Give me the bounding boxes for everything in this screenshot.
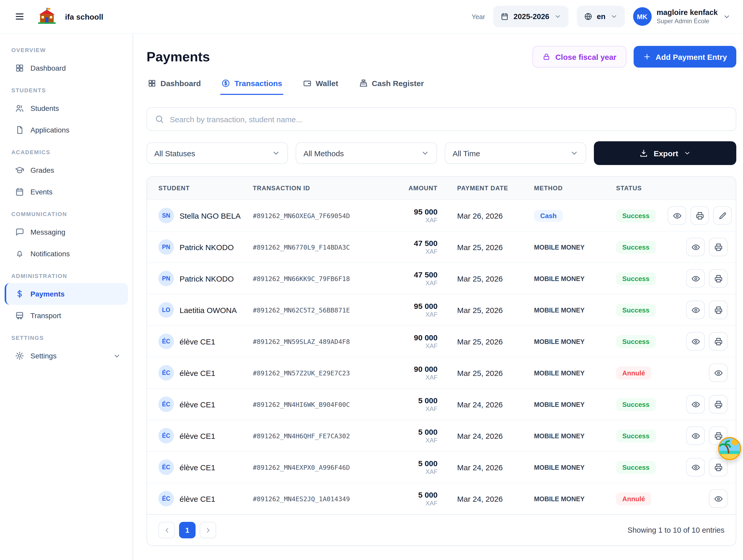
sidebar-item-events[interactable]: Events bbox=[5, 181, 128, 203]
language-selector[interactable]: en bbox=[577, 6, 624, 27]
eye-icon bbox=[691, 431, 700, 440]
page-1-button[interactable]: 1 bbox=[179, 522, 195, 538]
prev-page-button[interactable] bbox=[159, 522, 175, 538]
sidebar-item-applications[interactable]: Applications bbox=[5, 119, 128, 141]
view-button[interactable] bbox=[686, 300, 705, 319]
row-actions bbox=[668, 332, 736, 351]
sidebar-item-payments[interactable]: Payments bbox=[5, 283, 128, 305]
tab-wallet[interactable]: Wallet bbox=[302, 77, 339, 95]
view-button[interactable] bbox=[686, 395, 705, 414]
view-button[interactable] bbox=[686, 269, 705, 288]
student-avatar: ÉC bbox=[159, 428, 174, 444]
method-filter[interactable]: All Methods bbox=[296, 142, 437, 164]
year-selector[interactable]: 2025-2026 bbox=[493, 6, 569, 27]
print-button[interactable] bbox=[709, 269, 728, 288]
amount-currency: XAF bbox=[376, 279, 438, 287]
next-page-button[interactable] bbox=[200, 522, 216, 538]
payment-date: Mar 24, 2026 bbox=[457, 463, 534, 472]
print-button[interactable] bbox=[709, 238, 728, 256]
payment-date: Mar 26, 2026 bbox=[457, 211, 534, 220]
close-fiscal-year-button[interactable]: Close fiscal year bbox=[532, 46, 626, 67]
payment-method: MOBILE MONEY bbox=[534, 370, 584, 377]
transaction-id: #891262_MN62C5T2_56BB871E bbox=[253, 306, 376, 314]
printer-icon bbox=[714, 337, 723, 346]
view-button[interactable] bbox=[686, 332, 705, 351]
sidebar-item-dashboard[interactable]: Dashboard bbox=[5, 57, 128, 79]
plus-icon bbox=[643, 53, 651, 61]
tab-label: Cash Register bbox=[372, 79, 424, 88]
amount-currency: XAF bbox=[376, 248, 438, 255]
print-button[interactable] bbox=[709, 332, 728, 351]
print-button[interactable] bbox=[709, 458, 728, 476]
time-filter[interactable]: All Time bbox=[445, 142, 586, 164]
sidebar-item-label: Messaging bbox=[31, 228, 65, 236]
table-body: SN Stella NGO BELA #891262_MN6OXEGA_7F69… bbox=[147, 199, 736, 514]
sidebar-item-label: Notifications bbox=[31, 249, 70, 258]
view-button[interactable] bbox=[709, 489, 728, 508]
amount-value: 95 000 bbox=[376, 302, 438, 311]
tab-label: Dashboard bbox=[161, 79, 201, 88]
tab-transactions[interactable]: Transactions bbox=[221, 77, 283, 95]
close-fiscal-year-label: Close fiscal year bbox=[555, 52, 616, 61]
view-button[interactable] bbox=[686, 238, 705, 256]
gear-icon bbox=[15, 351, 24, 361]
sidebar-item-transport[interactable]: Transport bbox=[5, 305, 128, 326]
transaction-id: #891262_MN4H6QHF_FE7CA302 bbox=[253, 432, 376, 439]
menu-button[interactable] bbox=[10, 7, 29, 26]
floating-island-button[interactable] bbox=[718, 437, 741, 461]
tab-cash-register[interactable]: Cash Register bbox=[358, 77, 425, 95]
eye-icon bbox=[714, 494, 723, 503]
chevron-down-icon bbox=[272, 149, 280, 157]
avatar: MK bbox=[633, 7, 651, 26]
sidebar-item-label: Students bbox=[31, 104, 59, 112]
column-header-transaction-id: TRANSACTION ID bbox=[253, 185, 376, 192]
payment-method: MOBILE MONEY bbox=[534, 464, 584, 471]
app-name: ifa schooll bbox=[65, 12, 103, 21]
payment-date: Mar 25, 2026 bbox=[457, 274, 534, 283]
sidebar-item-settings[interactable]: Settings bbox=[5, 345, 128, 367]
sidebar-section-administration: ADMINISTRATION bbox=[0, 265, 133, 283]
edit-button[interactable] bbox=[713, 206, 732, 225]
print-button[interactable] bbox=[709, 300, 728, 319]
tab-label: Wallet bbox=[316, 79, 338, 88]
table-row: SN Stella NGO BELA #891262_MN6OXEGA_7F69… bbox=[147, 199, 736, 231]
student-name: Patrick NKODO bbox=[180, 274, 234, 283]
view-button[interactable] bbox=[668, 206, 686, 225]
student-avatar: ÉC bbox=[159, 365, 174, 381]
sidebar-item-students[interactable]: Students bbox=[5, 97, 128, 119]
view-button[interactable] bbox=[686, 458, 705, 476]
search-input[interactable] bbox=[170, 115, 728, 124]
column-header-student: STUDENT bbox=[147, 185, 253, 192]
print-button[interactable] bbox=[690, 206, 709, 225]
add-payment-entry-button[interactable]: Add Payment Entry bbox=[633, 46, 736, 67]
status-filter[interactable]: All Statuses bbox=[146, 142, 288, 164]
sidebar-item-grades[interactable]: Grades bbox=[5, 159, 128, 181]
export-button[interactable]: Export bbox=[594, 141, 736, 165]
amount-currency: XAF bbox=[376, 217, 438, 224]
year-label: Year bbox=[472, 13, 485, 20]
student-avatar: ÉC bbox=[159, 396, 174, 412]
print-button[interactable] bbox=[709, 395, 728, 414]
amount-value: 5 000 bbox=[376, 459, 438, 468]
row-actions bbox=[668, 300, 736, 319]
sidebar-item-messaging[interactable]: Messaging bbox=[5, 221, 128, 243]
view-button[interactable] bbox=[686, 426, 705, 445]
row-actions bbox=[668, 364, 736, 382]
table-header: STUDENTTRANSACTION IDAMOUNTPAYMENT DATEM… bbox=[147, 177, 736, 199]
user-menu[interactable]: MK magloire kenfack Super Admin École bbox=[633, 7, 731, 26]
payment-method: MOBILE MONEY bbox=[534, 401, 584, 408]
payment-method: Cash bbox=[534, 210, 563, 222]
transaction-id: #891262_MN57Z2UK_E29E7C23 bbox=[253, 369, 376, 377]
wallet-icon bbox=[303, 79, 312, 88]
search-bar bbox=[146, 107, 736, 131]
view-button[interactable] bbox=[709, 364, 728, 382]
select-value: All Methods bbox=[303, 149, 344, 157]
pagination: 1 bbox=[159, 522, 216, 538]
transaction-id: #891262_MN6OXEGA_7F69054D bbox=[253, 212, 376, 220]
dollar-circle-icon bbox=[222, 79, 230, 88]
calendar-icon bbox=[15, 187, 24, 196]
tab-dashboard[interactable]: Dashboard bbox=[146, 77, 202, 95]
sidebar-item-notifications[interactable]: Notifications bbox=[5, 243, 128, 265]
amount-value: 47 500 bbox=[376, 239, 438, 247]
amount-currency: XAF bbox=[376, 500, 438, 507]
